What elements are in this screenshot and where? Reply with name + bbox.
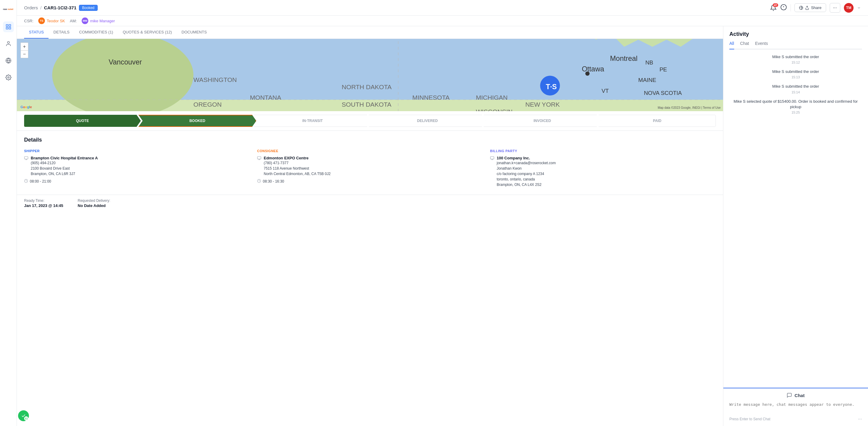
svg-rect-2 [6,25,8,27]
consignee-clock-icon [257,179,261,184]
billing-info: 100 Company Inc. jonathan.k+canada@roser… [490,156,716,187]
pipeline-booked[interactable]: BOOKED [138,115,256,127]
alert-bell[interactable] [780,4,787,11]
svg-text:NORTH DAKOTA: NORTH DAKOTA [342,84,392,90]
activity-tab-all[interactable]: All [730,41,734,50]
activity-panel: Activity All Chat Events Mike S submitte… [723,26,868,426]
am-label: AM: [70,19,77,23]
svg-text:NB: NB [645,59,653,66]
svg-rect-5 [9,27,10,29]
am-avatar: MM [82,18,88,24]
topbar-right: 47 Share ··· TM [770,3,861,13]
tab-commodities[interactable]: COMMODITIES (1) [74,26,118,39]
chat-input[interactable] [730,401,862,413]
breadcrumb-orders[interactable]: Orders [24,5,38,10]
svg-text:Vancouver: Vancouver [109,58,142,66]
activity-time-1: 15:12 [730,61,862,64]
billing-column: BILLING PARTY 100 Company Inc. jonathan.… [490,149,716,189]
sidebar-item-contacts[interactable] [3,38,14,49]
sidebar-item-globe[interactable] [3,55,14,66]
order-pipeline: QUOTE BOOKED IN-TRANSIT DELIVERED INVOIC… [17,111,723,131]
left-panel: STATUS DETAILS COMMODITIES (1) QUOTES & … [17,26,723,426]
activity-tab-events[interactable]: Events [755,41,768,50]
sidebar-logo: rose rocket [3,4,14,15]
ready-time-value: Jan 17, 2023 @ 14:45 [24,203,63,208]
consignee-hours-text: 08:30 - 16:30 [263,179,284,184]
tab-status[interactable]: STATUS [24,26,49,39]
svg-text:Ottawa: Ottawa [582,65,604,73]
am-name[interactable]: mike Manager [90,19,115,23]
ready-time-item: Ready Time: Jan 17, 2023 @ 14:45 [24,199,63,208]
activity-tab-chat[interactable]: Chat [740,41,749,50]
pipeline-delivered[interactable]: DELIVERED [369,115,486,127]
svg-text:MAINE: MAINE [638,77,656,83]
topbar-left: Orders / CAR1-1CI2-371 Booked [24,5,98,11]
sidebar-item-settings[interactable] [3,72,14,83]
notification-bell[interactable]: 47 [770,4,777,11]
billing-email: jonathan.k+canada@roserocket.com [497,160,556,166]
consignee-hours: 08:30 - 16:30 [257,179,483,184]
bottom-badge-count: 11 [24,416,28,421]
svg-text:PE: PE [659,66,667,73]
billing-name: 100 Company Inc. [497,156,556,160]
share-button[interactable]: Share [795,3,826,12]
activity-text-4: Mike S selected quote of $15400.00. Orde… [730,99,862,110]
user-avatar[interactable]: TM [844,3,854,13]
breadcrumb: Orders / CAR1-1CI2-371 Booked [24,5,98,11]
pipeline-quote[interactable]: QUOTE [24,115,141,127]
delivery-time-item: Requested Delivery: No Date Added [78,199,110,208]
notification-count: 47 [773,3,778,7]
avatar-dropdown-icon[interactable] [857,6,861,10]
bottom-info: Ready Time: Jan 17, 2023 @ 14:45 Request… [17,195,723,211]
svg-text:WISCONSIN: WISCONSIN [476,108,513,111]
svg-text:WASHINGTON: WASHINGTON [193,76,237,83]
pipeline-invoiced[interactable]: INVOICED [484,115,601,127]
tab-details[interactable]: DETAILS [49,26,74,39]
map-controls: + − [21,42,28,58]
delivery-label: Requested Delivery: [78,199,110,203]
pipeline-intransit[interactable]: IN-TRANSIT [254,115,371,127]
main-tabs: STATUS DETAILS COMMODITIES (1) QUOTES & … [17,26,723,39]
svg-text:SOUTH DAKOTA: SOUTH DAKOTA [342,101,392,108]
sidebar-item-orders[interactable] [3,22,14,32]
map-zoom-in[interactable]: + [21,42,28,50]
svg-text:T·S: T·S [546,83,557,91]
svg-point-47 [585,71,590,76]
activity-item-2: Mike S submitted the order 15:13 [730,69,862,79]
svg-text:rose: rose [3,8,7,10]
activity-feed: Mike S submitted the order 15:12 Mike S … [723,50,868,388]
shipper-hours: 08:00 - 21:00 [24,179,250,184]
csr-name[interactable]: Teodor SK [47,19,65,23]
delivery-value: No Date Added [78,203,110,208]
am-user: MM mike Manager [82,18,115,24]
csr-label: CSR: [24,19,33,23]
consignee-address2: North Central Edmonton, AB, CA T5B 0J2 [264,171,331,176]
details-section: Details SHIPPER Brampton Civic Hospital … [17,131,723,195]
breadcrumb-separator: / [40,5,41,10]
ready-time-label: Ready Time: [24,199,63,203]
billing-contact: Jonathan Kwon [497,166,556,171]
more-button[interactable]: ··· [830,3,840,13]
shipper-label: SHIPPER [24,149,250,153]
map-zoom-out[interactable]: − [21,50,28,58]
details-grid: SHIPPER Brampton Civic Hospital Entrance… [24,149,716,189]
svg-text:OREGON: OREGON [193,101,222,108]
status-badge: Booked [79,5,98,11]
chat-title: Chat [795,393,804,398]
tab-documents[interactable]: DOCUMENTS [177,26,212,39]
pipeline-paid[interactable]: PAID [598,115,716,127]
activity-text-1: Mike S submitted the order [730,54,862,60]
svg-rect-4 [6,27,8,29]
chat-footer-hint: Press Enter to Send Chat [730,417,770,421]
chat-footer-dots[interactable]: ··· [858,416,862,422]
map-svg: ONTARIO QUEBEC WASHINGTON MONTANA NORTH … [17,39,723,111]
svg-point-6 [7,41,9,44]
consignee-building-icon [257,156,261,161]
order-id: CAR1-1CI2-371 [44,5,76,10]
google-logo: Google [21,105,32,109]
activity-time-2: 15:13 [730,75,862,79]
tab-quotes[interactable]: QUOTES & SERVICES (12) [118,26,177,39]
billing-building-icon [490,156,494,161]
bottom-notification-badge[interactable]: 11 [18,410,29,421]
csr-user: TS Teodor SK [38,18,65,24]
